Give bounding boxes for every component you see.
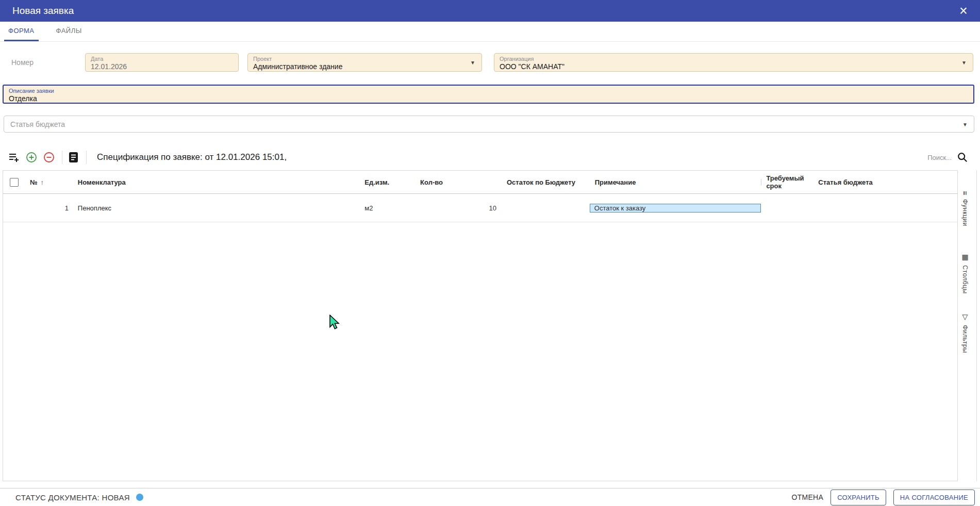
note-cell-selected[interactable]: Остаток к заказу [590,204,761,213]
add-row-icon[interactable] [6,150,22,165]
side-tab-filters[interactable]: ▽ Фильтры [961,313,969,353]
number-input[interactable] [5,53,76,72]
send-for-approval-button[interactable]: НА СОГЛАСОВАНИЕ [893,489,975,505]
description-label: Описание заявки [9,88,968,94]
remove-circle-icon[interactable] [41,150,57,165]
budget-item-select[interactable]: ▼ [4,116,974,133]
row-qty: 10 [420,204,496,212]
header-required-date[interactable]: Требуемый срок [761,174,813,190]
date-field[interactable]: Дата 12.01.2026 [85,53,239,72]
header-num-label: № [30,178,38,186]
columns-grid-icon: ▦ [961,253,969,262]
chevron-down-icon: ▼ [470,60,475,66]
description-field[interactable]: Описание заявки Отделка [3,85,974,104]
row-note-cell[interactable]: Остаток к заказу [590,194,761,222]
document-list-icon[interactable] [65,150,81,165]
tab-files[interactable]: ФАЙЛЫ [52,22,86,41]
side-tab-functions-label: Функции [961,199,969,226]
window-titlebar: Новая заявка × [0,0,980,22]
header-remainder[interactable]: Остаток по Бюджету [502,178,590,186]
organization-value: ООО "СК АМАНАТ" [500,62,968,71]
row-checkbox-cell[interactable] [3,194,26,222]
row-nomenclature-cell[interactable]: Пеноплекс [73,194,359,222]
side-tab-columns[interactable]: ▦ Столбцы [961,253,969,293]
project-value: Административное здание [253,62,476,71]
row-unit-cell[interactable]: м2 [359,194,415,222]
save-button[interactable]: СОХРАНИТЬ [830,489,886,505]
filter-icon: ▽ [961,313,969,321]
search-icon[interactable] [957,152,968,163]
spec-section-title: Спецификация по заявке: от 12.01.2026 15… [97,152,287,162]
row-nomenclature: Пеноплекс [78,204,111,212]
spec-table: № ↑ Номенклатура Ед.изм. Кол-во Остаток … [3,170,958,481]
cancel-button[interactable]: ОТМЕНА [791,493,823,501]
tab-form[interactable]: ФОРМА [4,22,39,41]
row-num: 1 [30,204,69,212]
budget-item-input[interactable] [4,116,974,132]
close-icon[interactable]: × [954,0,973,22]
organization-label: Организация [500,56,968,62]
header-unit[interactable]: Ед.изм. [359,178,415,186]
document-status-label: СТАТУС ДОКУМЕНТА: НОВАЯ [15,493,130,502]
header-budget-item[interactable]: Статья бюджета [813,178,957,186]
row-num-cell[interactable]: 1 [26,194,73,222]
row-qty-cell[interactable]: 10 [415,194,502,222]
header-nomenclature[interactable]: Номенклатура [73,178,359,186]
date-value: 12.01.2026 [91,62,233,71]
status-dot-icon [136,494,143,501]
side-tab-columns-label: Столбцы [961,265,969,293]
side-tab-functions[interactable]: ≡ Функции [961,191,969,226]
header-num[interactable]: № ↑ [26,178,73,186]
spec-toolbar: Спецификация по заявке: от 12.01.2026 15… [6,149,974,166]
table-row: 1 Пеноплекс м2 10 Остаток к заказу [3,194,957,222]
toolbar-divider [86,151,87,164]
search-input[interactable]: Поиск... [927,152,968,163]
table-header-row: № ↑ Номенклатура Ед.изм. Кол-во Остаток … [3,171,957,194]
add-circle-icon[interactable] [24,150,39,165]
menu-icon: ≡ [961,191,969,195]
organization-select[interactable]: Организация ООО "СК АМАНАТ" ▼ [494,53,973,72]
header-qty[interactable]: Кол-во [415,178,502,186]
row-unit: м2 [364,204,373,212]
project-select[interactable]: Проект Административное здание ▼ [247,53,482,72]
project-label: Проект [253,56,476,62]
chevron-down-icon: ▼ [962,121,968,127]
sort-asc-icon: ↑ [40,178,44,186]
row-budget-item-cell[interactable] [813,194,957,222]
description-value: Отделка [9,94,968,103]
window-title: Новая заявка [12,5,74,17]
tab-bar: ФОРМА ФАЙЛЫ [0,22,980,42]
chevron-down-icon: ▼ [961,60,967,66]
table-side-panel: ≡ Функции ▦ Столбцы ▽ Фильтры [958,170,977,481]
footer-actions: ОТМЕНА СОХРАНИТЬ НА СОГЛАСОВАНИЕ [791,489,975,505]
row-required-date-cell[interactable] [761,194,813,222]
toolbar-divider [62,151,62,164]
header-note[interactable]: Примечание [590,178,761,186]
select-all-checkbox[interactable] [10,178,19,187]
header-checkbox-cell [3,178,26,187]
status-bar: СТАТУС ДОКУМЕНТА: НОВАЯ ОТМЕНА СОХРАНИТЬ… [0,488,980,506]
date-label: Дата [91,56,233,62]
search-placeholder: Поиск... [927,154,952,161]
side-tab-filters-label: Фильтры [961,325,969,353]
row-remainder-cell[interactable] [502,194,590,222]
